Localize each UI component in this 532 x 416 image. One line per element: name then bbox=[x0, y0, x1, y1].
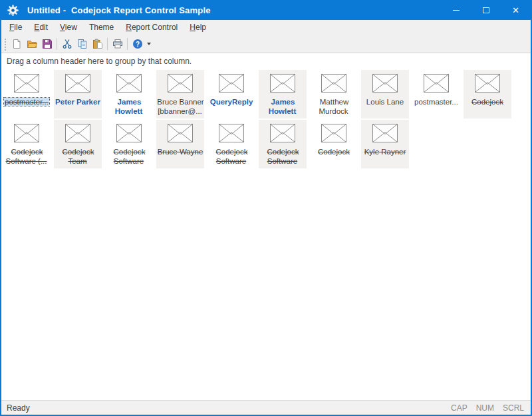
maximize-button[interactable] bbox=[471, 0, 501, 20]
report-item-label: Matthew Murdock bbox=[310, 97, 358, 116]
report-item[interactable]: Louis Lane bbox=[361, 70, 409, 118]
envelope-icon bbox=[372, 133, 398, 144]
report-item[interactable]: Codejock Software (... bbox=[3, 120, 51, 168]
report-item-label-text: Bruce Banner [bbanner@... bbox=[156, 98, 203, 115]
close-icon: ✕ bbox=[512, 6, 519, 15]
report-item-label: James Howlett bbox=[259, 97, 307, 116]
menu-edit[interactable]: Edit bbox=[28, 20, 54, 35]
statusbar: Ready CAPNUMSCRL bbox=[1, 400, 531, 415]
menubar: FileEditViewThemeReport ControlHelp bbox=[1, 20, 531, 35]
envelope-icon bbox=[168, 133, 193, 144]
report-item-label-text: Codejock Software (... bbox=[6, 148, 48, 165]
envelope-icon bbox=[475, 83, 500, 95]
minimize-button[interactable] bbox=[441, 0, 471, 20]
report-item-label: Bruce Wayne bbox=[156, 147, 204, 156]
envelope-icon bbox=[219, 83, 244, 95]
open-folder-icon bbox=[27, 39, 37, 49]
report-item-label: Codejock Software bbox=[207, 147, 255, 166]
envelope-icon bbox=[270, 83, 295, 95]
envelope-icon bbox=[168, 83, 193, 95]
window-title: Untitled - Codejock Report Control Sampl… bbox=[27, 5, 211, 15]
report-item-label: postmaster... bbox=[3, 97, 51, 106]
report-item[interactable]: Matthew Murdock bbox=[310, 70, 358, 118]
report-item-label: Kyle Rayner bbox=[361, 147, 409, 156]
report-item-label-text: Codejock Software bbox=[215, 148, 248, 165]
paste-button[interactable] bbox=[90, 37, 105, 51]
report-item[interactable]: Codejock Software bbox=[105, 120, 153, 168]
window-controls: ✕ bbox=[441, 0, 531, 20]
help-dropdown-button[interactable] bbox=[145, 37, 152, 51]
open-button[interactable] bbox=[24, 37, 39, 51]
envelope-icon bbox=[65, 133, 90, 144]
indicator-cap: CAP bbox=[451, 403, 467, 413]
save-button[interactable] bbox=[39, 37, 55, 51]
report-item[interactable]: James Howlett bbox=[105, 70, 153, 118]
group-by-bar[interactable]: Drag a column header here to group by th… bbox=[1, 53, 531, 69]
copy-button[interactable] bbox=[74, 37, 90, 51]
report-item-label-text: Codejock Software bbox=[267, 148, 299, 165]
indicator-num: NUM bbox=[476, 403, 494, 413]
envelope-icon bbox=[219, 133, 244, 144]
report-item[interactable]: postmaster... bbox=[3, 70, 51, 118]
cut-icon bbox=[62, 39, 72, 49]
report-item[interactable]: Bruce Banner [bbanner@... bbox=[156, 70, 204, 118]
menu-help[interactable]: Help bbox=[184, 20, 212, 35]
report-item[interactable]: Codejock Team bbox=[54, 120, 102, 168]
report-item[interactable]: Codejock Software bbox=[259, 120, 307, 168]
toolbar-separator bbox=[107, 38, 108, 50]
report-item-label-text: Peter Parker bbox=[55, 98, 101, 106]
envelope-icon bbox=[65, 83, 90, 95]
report-item-label: Louis Lane bbox=[361, 97, 409, 106]
close-button[interactable]: ✕ bbox=[501, 0, 531, 20]
save-icon bbox=[42, 39, 53, 49]
status-message: Ready bbox=[1, 403, 30, 413]
new-button[interactable] bbox=[9, 37, 24, 51]
menu-file[interactable]: File bbox=[3, 20, 28, 35]
copy-icon bbox=[77, 39, 88, 49]
report-item-label-text: Codejock Team bbox=[62, 148, 94, 165]
report-item-label-text: Matthew Murdock bbox=[319, 98, 348, 115]
envelope-icon bbox=[372, 83, 398, 95]
report-item-label: Codejock Team bbox=[54, 147, 102, 166]
report-item[interactable]: Codejock Software bbox=[207, 120, 255, 168]
print-button[interactable] bbox=[110, 37, 125, 51]
menu-view[interactable]: View bbox=[54, 20, 83, 35]
help-icon: ? bbox=[132, 39, 143, 49]
report-item[interactable]: QueryReply bbox=[207, 70, 255, 118]
report-item-label-text: Bruce Wayne bbox=[157, 148, 204, 156]
report-item-label: Codejock Software bbox=[259, 147, 307, 166]
report-item-label-text: postmaster... bbox=[4, 98, 49, 106]
new-document-icon bbox=[11, 39, 22, 49]
envelope-icon bbox=[14, 133, 39, 144]
print-icon bbox=[112, 39, 123, 49]
toolbar: ? bbox=[1, 35, 531, 53]
help-button[interactable]: ? bbox=[130, 37, 145, 51]
report-item-label: Codejock Software bbox=[105, 147, 153, 166]
report-item[interactable]: postmaster... bbox=[412, 70, 460, 118]
report-item-label: Codejock bbox=[310, 147, 358, 156]
envelope-icon bbox=[321, 133, 346, 144]
titlebar: Untitled - Codejock Report Control Sampl… bbox=[1, 0, 531, 20]
toolbar-grip[interactable] bbox=[3, 37, 7, 51]
report-item[interactable]: Codejock bbox=[310, 120, 358, 168]
menu-theme[interactable]: Theme bbox=[83, 20, 120, 35]
envelope-icon bbox=[424, 83, 449, 95]
report-item[interactable]: Bruce Wayne bbox=[156, 120, 204, 168]
report-item-label: Codejock bbox=[464, 97, 511, 106]
report-item[interactable]: Peter Parker bbox=[54, 70, 102, 118]
report-item-label-text: Louis Lane bbox=[366, 98, 404, 106]
report-item-label: Codejock Software (... bbox=[3, 147, 51, 166]
menu-report-control[interactable]: Report Control bbox=[120, 20, 184, 35]
envelope-icon bbox=[321, 83, 346, 95]
report-item[interactable]: Kyle Rayner bbox=[361, 120, 409, 168]
cut-button[interactable] bbox=[59, 37, 74, 51]
app-logo-icon bbox=[7, 5, 19, 16]
report-item[interactable]: James Howlett bbox=[259, 70, 307, 118]
maximize-icon bbox=[483, 7, 489, 13]
client-area: FileEditViewThemeReport ControlHelp ? Dr… bbox=[1, 20, 531, 415]
envelope-icon bbox=[270, 133, 295, 144]
report-item-label-text: postmaster... bbox=[414, 98, 459, 106]
report-item-label: James Howlett bbox=[105, 97, 153, 116]
report-item-label-text: James Howlett bbox=[269, 98, 297, 115]
report-item[interactable]: Codejock bbox=[464, 70, 511, 118]
